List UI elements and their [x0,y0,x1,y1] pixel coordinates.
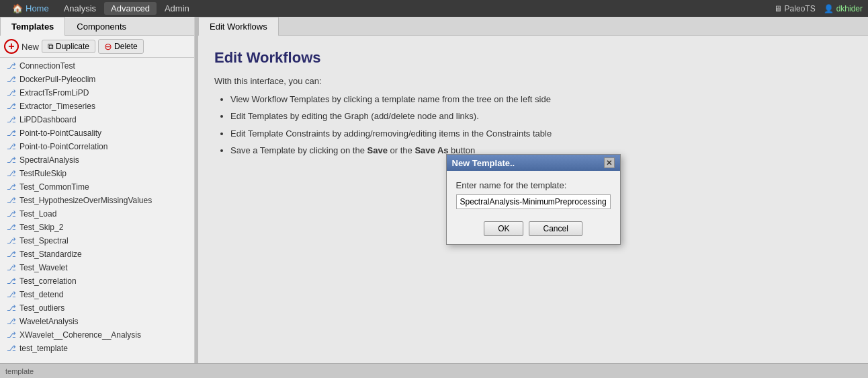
nav-admin[interactable]: Admin [158,2,196,15]
list-item[interactable]: ⎇Point-to-PointCorrelation [0,140,194,153]
workflow-icon: ⎇ [7,330,16,340]
save-as-bold: Save As [415,145,448,155]
main-content: Edit Workflows Edit Workflows With this … [198,17,868,363]
brand-label: 🖥 PaleoTS [774,4,816,13]
workflow-icon: ⎇ [7,317,16,326]
list-item[interactable]: ⎇TestRuleSkip [0,167,194,180]
page-title: Edit Workflows [214,49,852,67]
tab-components[interactable]: Components [65,17,138,36]
workflow-icon: ⎇ [7,290,16,299]
workflow-icon: ⎇ [7,75,16,84]
workflow-icon: ⎇ [7,88,16,98]
list-item[interactable]: ⎇Test_correlation [0,274,194,288]
brand-icon: 🖥 [774,4,782,13]
dialog-body: Enter name for the template: [447,171,620,216]
new-button-label[interactable]: New [21,42,39,52]
dialog-cancel-button[interactable]: Cancel [529,221,582,236]
list-item[interactable]: ⎇Test_Spectral [0,234,194,248]
delete-icon: ⊖ [104,41,112,52]
list-item[interactable]: ⎇DockerPull-Pyleoclim [0,73,194,86]
nav-home[interactable]: 🏠 Home [5,2,56,15]
bullet-1: View Workflow Templates by clicking a te… [230,91,852,107]
list-item[interactable]: ⎇Test_HypothesizeOverMissingValues [0,194,194,207]
list-item[interactable]: ⎇Point-to-PointCausality [0,126,194,140]
list-item[interactable]: ⎇XWavelet__Coherence__Analysis [0,328,194,342]
workflow-icon: ⎇ [7,196,16,205]
workflow-icon: ⎇ [7,209,16,219]
workflow-icon: ⎇ [7,344,16,353]
dialog-title: New Template.. [452,158,515,168]
tab-templates[interactable]: Templates [0,17,65,36]
content-tab-bar: Edit Workflows [198,17,868,36]
dialog-ok-button[interactable]: OK [484,221,523,236]
list-item[interactable]: ⎇Test_Skip_2 [0,221,194,234]
status-bar: template [0,363,868,378]
sidebar: Templates Components + New ⧉ Duplicate ⊖… [0,17,195,363]
list-item[interactable]: ⎇SpectralAnalysis [0,153,194,167]
save-bold: Save [367,145,388,155]
list-item[interactable]: ⎇ExtractTsFromLiPD [0,86,194,100]
list-item[interactable]: ⎇Test_Standardize [0,248,194,261]
nav-advanced[interactable]: Advanced [104,2,157,15]
bullet-2: Edit Templates by editing the Graph (add… [230,108,852,124]
user-label[interactable]: 👤 dkhider [824,4,863,13]
delete-button[interactable]: ⊖ Delete [98,39,144,54]
list-item[interactable]: ⎇LiPDDashboard [0,113,194,126]
status-text: template [5,367,34,375]
list-item[interactable]: ⎇Test_detend [0,288,194,301]
duplicate-button[interactable]: ⧉ Duplicate [42,40,95,53]
workflow-icon: ⎇ [7,115,16,124]
template-name-input[interactable] [456,194,611,209]
workflow-icon: ⎇ [7,250,16,259]
list-item[interactable]: ⎇Extractor_Timeseries [0,100,194,113]
sidebar-toolbar: + New ⧉ Duplicate ⊖ Delete [0,36,194,58]
workflow-icon: ⎇ [7,276,16,286]
workflow-icon: ⎇ [7,223,16,232]
list-item[interactable]: ⎇Test_Wavelet [0,261,194,274]
new-template-dialog: New Template.. ✕ Enter name for the temp… [446,154,621,245]
new-button-circle[interactable]: + [4,39,19,54]
list-item[interactable]: ⎇Test_outliers [0,301,194,315]
workflow-icon: ⎇ [7,128,16,138]
top-navigation: 🏠 Home Analysis Advanced Admin 🖥 PaleoTS… [0,0,868,17]
sidebar-tabs: Templates Components [0,17,194,36]
main-layout: Templates Components + New ⧉ Duplicate ⊖… [0,17,868,378]
content-body: Edit Workflows With this interface, you … [198,36,868,363]
list-item[interactable]: ⎇Test_Load [0,207,194,221]
dialog-close-button[interactable]: ✕ [604,157,615,168]
nav-right-section: 🖥 PaleoTS 👤 dkhider [774,4,863,13]
list-item[interactable]: ⎇WaveletAnalysis [0,315,194,328]
tab-edit-workflows[interactable]: Edit Workflows [198,17,279,36]
nav-analysis[interactable]: Analysis [57,2,103,15]
workflow-icon: ⎇ [7,142,16,151]
workflow-icon: ⎇ [7,169,16,178]
dialog-label: Enter name for the template: [456,180,611,190]
sidebar-list: ⎇ConnectionTest⎇DockerPull-Pyleoclim⎇Ext… [0,58,194,363]
list-item[interactable]: ⎇Test_CommonTime [0,180,194,194]
list-item[interactable]: ⎇ConnectionTest [0,59,194,73]
workflow-icon: ⎇ [7,61,16,71]
workflow-icon: ⎇ [7,236,16,245]
nav-home-label: Home [26,3,49,13]
dialog-titlebar: New Template.. ✕ [447,155,620,171]
workflow-icon: ⎇ [7,303,16,313]
user-icon: 👤 [824,4,834,13]
dialog-footer: OK Cancel [447,216,620,244]
intro-text: With this interface, you can: [214,76,852,86]
bullet-3: Edit Template Constraints by adding/remo… [230,126,852,141]
bullet-list: View Workflow Templates by clicking a te… [214,91,852,159]
workflow-icon: ⎇ [7,102,16,111]
home-icon: 🏠 [12,3,23,13]
duplicate-icon: ⧉ [48,42,54,51]
content-area: Templates Components + New ⧉ Duplicate ⊖… [0,17,868,363]
list-item[interactable]: ⎇test_template [0,342,194,355]
workflow-icon: ⎇ [7,182,16,192]
workflow-icon: ⎇ [7,155,16,165]
workflow-icon: ⎇ [7,263,16,272]
